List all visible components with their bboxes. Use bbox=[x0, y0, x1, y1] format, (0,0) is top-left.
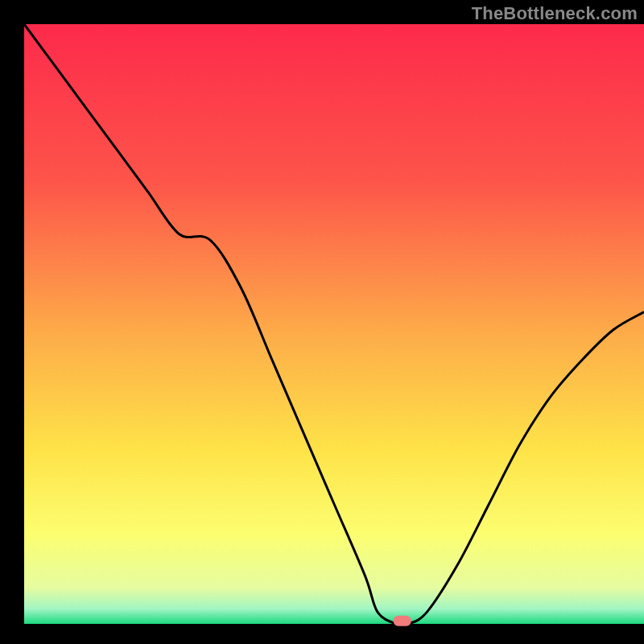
chart-container: TheBottleneck.com bbox=[0, 0, 644, 644]
watermark: TheBottleneck.com bbox=[472, 3, 638, 24]
optimal-marker bbox=[394, 616, 411, 626]
chart-background bbox=[24, 24, 644, 624]
bottleneck-chart bbox=[0, 0, 644, 644]
